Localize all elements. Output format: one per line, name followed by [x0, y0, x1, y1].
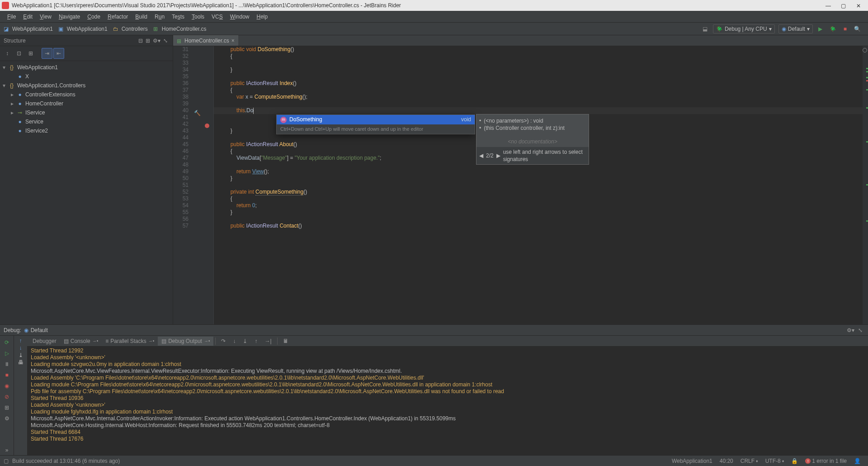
pin-icon[interactable]: →•	[92, 338, 99, 343]
search-button[interactable]: 🔍	[852, 25, 863, 33]
minimize-icon[interactable]: —	[826, 3, 831, 8]
resume-icon[interactable]: ▷	[2, 348, 12, 358]
menu-help[interactable]: Help	[253, 12, 271, 22]
down-icon[interactable]: ↓	[19, 345, 22, 351]
tool-windows-icon[interactable]: ▢	[4, 458, 9, 464]
autocomplete-item[interactable]: m DoSomething void	[277, 115, 475, 124]
status-project[interactable]: WebApplication1	[672, 458, 712, 464]
step-out-icon[interactable]: ↑	[251, 337, 261, 346]
status-errors[interactable]: ! 1 error in 1 file	[805, 458, 847, 464]
editor[interactable]: 3132333435363738394041424344454647484950…	[173, 46, 868, 324]
menu-edit[interactable]: Edit	[19, 12, 36, 22]
run-config-combo[interactable]: 🪲 Debug | Any CPU ▾	[713, 24, 775, 33]
step-over-icon[interactable]: ↷	[217, 337, 229, 346]
breadcrumb-project[interactable]: ◪ WebApplication1	[4, 26, 53, 32]
debug-tabs: Debugger ▤Console→• ≡Parallel Stacks→• ▤…	[27, 336, 868, 347]
error-stripe[interactable]	[863, 46, 868, 324]
editor-tab[interactable]: ⊞ HomeController.cs ×	[173, 35, 238, 46]
export-icon[interactable]: ⤓	[19, 352, 23, 358]
autocomplete-popup: m DoSomething void Ctrl+Down and Ctrl+Up…	[276, 114, 475, 134]
group-icon[interactable]: ⊞	[25, 48, 36, 59]
editor-tab-bar: ⊞ HomeController.cs ×	[173, 35, 868, 46]
breadcrumb-module[interactable]: ▣ WebApplication1	[58, 26, 108, 32]
menu-refactor[interactable]: Refactor	[104, 12, 132, 22]
close-icon[interactable]: ✕	[856, 3, 862, 8]
exec-config-combo[interactable]: ◉ Default ▾	[778, 24, 813, 33]
menu-view[interactable]: View	[36, 12, 55, 22]
maximize-icon[interactable]: ▢	[841, 3, 846, 8]
structure-panel: Structure ⊟ ⊞ ⚙▾ ⤡ ↕ ⊡ ⊞ ⇥ ⇤ {} WebAppli…	[0, 35, 173, 324]
tab-debug-output[interactable]: ▤Debug Output→•	[158, 337, 213, 346]
gear-icon[interactable]: ⚙▾	[153, 38, 160, 44]
settings-icon[interactable]: ⚙	[2, 414, 12, 423]
autoscroll-from-icon[interactable]: ⇤	[53, 48, 64, 59]
run-button[interactable]: ▶	[816, 25, 824, 33]
filter-icon[interactable]: ⊡	[14, 48, 24, 59]
run-to-cursor-icon[interactable]: →|	[261, 337, 275, 346]
menu-tests[interactable]: Tests	[168, 12, 188, 22]
signature-text: (<no parameters>) : void	[484, 117, 543, 124]
menu-tools[interactable]: Tools	[188, 12, 208, 22]
tree-node-class[interactable]: ● HomeController	[0, 99, 173, 108]
debug-button[interactable]: 🪲	[828, 25, 838, 33]
status-encoding[interactable]: UTF-8♦	[765, 458, 784, 464]
debug-config-name[interactable]: ◉ Default	[24, 327, 48, 333]
status-person-icon[interactable]: 👤	[854, 458, 861, 464]
chevron-right-icon	[11, 91, 16, 98]
status-lock-icon[interactable]: 🔒	[791, 458, 798, 464]
sort-icon[interactable]: ↕	[2, 48, 13, 59]
pin-icon[interactable]: →•	[148, 338, 155, 343]
restart-icon[interactable]: ⟳	[2, 338, 12, 347]
breakpoints-icon[interactable]: ◉	[2, 381, 12, 391]
menu-vcs[interactable]: VCS	[208, 12, 226, 22]
hide-icon[interactable]: ⤡	[858, 327, 863, 333]
tab-parallel-stacks[interactable]: ≡Parallel Stacks→•	[102, 337, 158, 346]
menu-window[interactable]: Window	[226, 12, 253, 22]
pause-icon[interactable]: ⏸	[2, 359, 12, 369]
analysis-indicator-icon[interactable]	[863, 48, 867, 52]
tree-label: WebApplication1.Controllers	[17, 82, 85, 89]
hammer-icon[interactable]: 🔨	[194, 110, 201, 116]
arrow-left-icon[interactable]: ◀	[479, 152, 483, 159]
tree-node-class[interactable]: ● ControllerExtensions	[0, 90, 173, 99]
stop-icon[interactable]: ■	[2, 370, 12, 380]
gear-icon[interactable]: ⚙▾	[847, 327, 854, 333]
debug-output[interactable]: Started Thread 12992Loaded Assembly '<un…	[27, 347, 868, 455]
evaluate-icon[interactable]: 🖩	[279, 337, 292, 346]
tab-console[interactable]: ▤Console→•	[60, 337, 102, 346]
tree-node-class[interactable]: ● X	[0, 72, 173, 81]
pin-icon[interactable]: →•	[204, 338, 210, 343]
breadcrumb-file[interactable]: ⊞ HomeController.cs	[153, 26, 207, 32]
tree-node-interface[interactable]: ⊸ IService	[0, 108, 173, 117]
print-icon[interactable]: 🖶	[18, 359, 24, 366]
tab-debugger[interactable]: Debugger	[29, 337, 60, 346]
expand-icon[interactable]: »	[2, 445, 12, 455]
code-area[interactable]: public void DoSomething() { } public IAc…	[214, 46, 863, 324]
arrow-right-icon[interactable]: ▶	[496, 152, 500, 159]
force-step-into-icon[interactable]: ⤓	[239, 337, 251, 346]
status-caret[interactable]: 40:20	[720, 458, 733, 464]
build-button[interactable]: ⬓	[701, 25, 709, 33]
collapse-all-icon[interactable]: ⊟	[138, 38, 143, 44]
breadcrumb-folder[interactable]: 🗀 Controllers	[113, 26, 148, 32]
autoscroll-to-icon[interactable]: ⇥	[42, 48, 52, 59]
menu-code[interactable]: Code	[84, 12, 104, 22]
tree-node-class[interactable]: ● IService2	[0, 126, 173, 135]
up-icon[interactable]: ↑	[19, 338, 22, 344]
hide-icon[interactable]: ⤡	[163, 38, 168, 44]
stop-button[interactable]: ■	[842, 25, 849, 33]
menu-build[interactable]: Build	[132, 12, 151, 22]
menu-navigate[interactable]: Navigate	[55, 12, 84, 22]
menu-run[interactable]: Run	[151, 12, 168, 22]
menu-file[interactable]: File	[4, 12, 19, 22]
breakpoint-icon[interactable]	[205, 124, 209, 128]
tree-node-class[interactable]: ● Service	[0, 117, 173, 126]
status-lineend[interactable]: CRLF♦	[741, 458, 758, 464]
mute-breakpoints-icon[interactable]: ⊘	[2, 392, 12, 402]
layout-icon[interactable]: ⊞	[2, 403, 12, 413]
tree-node-namespace[interactable]: {} WebApplication1.Controllers	[0, 81, 173, 90]
close-icon[interactable]: ×	[231, 38, 235, 44]
tree-node-namespace[interactable]: {} WebApplication1	[0, 63, 173, 72]
step-into-icon[interactable]: ↓	[229, 337, 239, 346]
expand-all-icon[interactable]: ⊞	[146, 38, 150, 44]
